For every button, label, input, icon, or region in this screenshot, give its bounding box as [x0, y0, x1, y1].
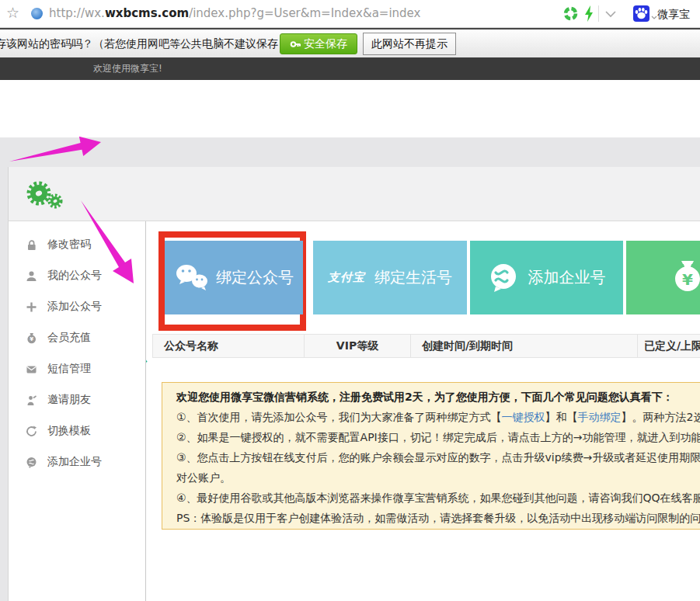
- sidebar-item-label: 添加企业号: [47, 455, 102, 469]
- password-save-bar: 存该网站的密码吗？（若您使用网吧等公共电脑不建议保存） 安全保存 此网站不再提示: [0, 28, 700, 57]
- bind-official-account-button[interactable]: 绑定公众号: [165, 241, 303, 314]
- notice-item-3-wrap: 对公账户。: [176, 467, 700, 488]
- user-icon: [26, 270, 37, 282]
- manual-bind-link[interactable]: 手动绑定: [578, 411, 622, 423]
- address-bar[interactable]: http://wx.wxbcms.com/index.php?g=User&m=…: [49, 6, 420, 20]
- sidebar-item-label: 添加公众号: [47, 300, 102, 314]
- action-label: 绑定公众号: [216, 267, 294, 288]
- sidebar-item-add-enterprise[interactable]: 添加企业号: [9, 446, 145, 478]
- col-vip-level: VIP等级: [304, 335, 410, 357]
- col-create-expire: 创建时间/到期时间: [410, 335, 637, 357]
- notice-item-1: ①、首次使用，请先添加公众号，我们为大家准备了两种绑定方式【一键授权】和【手动绑…: [176, 407, 700, 427]
- accounts-table-header: 公众号名称 VIP等级 创建时间/到期时间 已定义/上限: [152, 334, 700, 358]
- sidebar-item-label: 我的公众号: [47, 269, 102, 283]
- sidebar-item-label: 切换模板: [47, 424, 91, 438]
- col-defined-limit: 已定义/上限: [637, 335, 700, 357]
- sidebar-item-sms[interactable]: 短信管理: [9, 353, 145, 384]
- notice-item1-pre: ①、首次使用，请先添加公众号，我们为大家准备了两种绑定方式【: [176, 411, 502, 423]
- notice-item-4: ④、最好使用谷歌或其他高版本浏览器来操作微享宝营销系统，如果您碰到其他问题，请咨…: [176, 488, 700, 508]
- key-icon: [290, 39, 301, 50]
- browser-toolbar: ☆ http://wx.wxbcms.com/index.php?g=User&…: [0, 0, 700, 28]
- bind-life-account-button[interactable]: 支付宝 绑定生活号: [313, 241, 467, 314]
- platform-header: 管理平台: [8, 167, 700, 221]
- mail-icon: [26, 363, 37, 375]
- site-header: W 微享宝 WXTREASURE 微信营销平台 首页 功能介绍 关于我们 资费说…: [0, 80, 700, 137]
- sidebar-item-label: 邀请朋友: [47, 393, 91, 407]
- sidebar-item-add-account[interactable]: 添加公众号: [9, 291, 145, 322]
- moneybag-icon: ¥: [26, 332, 37, 344]
- sidebar: 修改密码 我的公众号 添加公众号 ¥ 会员充值 短信管理 邀请朋友 切换模板 添…: [8, 221, 146, 601]
- col-account-name: 公众号名称: [153, 335, 304, 357]
- toolbar-divider: [598, 5, 599, 22]
- moneybag-icon: ¥: [670, 259, 700, 297]
- account-balance-button[interactable]: ¥ 账户点击: [626, 241, 700, 314]
- notice-item-2: ②、如果是一键授权的，就不需要配置API接口，切记！绑定完成后，请点击上方的→功…: [176, 427, 700, 447]
- notice-item1-post: 】。两种方法2选1: [622, 411, 700, 423]
- svg-text:¥: ¥: [682, 270, 693, 289]
- sidebar-item-label: 会员充值: [47, 331, 91, 345]
- page-background-strip: [0, 137, 700, 167]
- sidebar-item-change-password[interactable]: 修改密码: [9, 229, 145, 260]
- url-path: /index.php?g=User&m=Index&a=index: [189, 6, 420, 20]
- wechat-work-icon: [26, 457, 37, 468]
- sidebar-item-invite[interactable]: 邀请朋友: [9, 384, 145, 415]
- paw-extension-icon[interactable]: [633, 5, 650, 22]
- action-label: 绑定生活号: [374, 267, 452, 288]
- alipay-icon: 支付宝: [328, 270, 365, 285]
- plus-icon: [26, 301, 37, 313]
- bookmark-star-icon[interactable]: ☆: [6, 4, 19, 21]
- action-label: 添加企业号: [528, 267, 606, 288]
- chevron-down-icon[interactable]: [605, 11, 616, 18]
- wechat-work-icon: [488, 262, 519, 294]
- lightning-icon[interactable]: [583, 5, 594, 22]
- url-domain: wxbcms.com: [105, 6, 189, 20]
- svg-text:¥: ¥: [30, 336, 33, 342]
- sidebar-item-switch-template[interactable]: 切换模板: [9, 415, 145, 446]
- url-prefix: http://wx.: [49, 6, 105, 20]
- lock-icon: [26, 239, 37, 251]
- save-password-button[interactable]: 安全保存: [280, 33, 357, 54]
- wechat-icon: [174, 262, 210, 294]
- notice-item1-mid: 】和【: [545, 411, 578, 423]
- notice-ps: PS：体验版是仅用于客户创建体验活动，如需做活动，请选择套餐升级，以免活动中出现…: [176, 508, 700, 528]
- extension-label[interactable]: 微享宝: [657, 8, 690, 22]
- add-enterprise-account-button[interactable]: 添加企业号: [470, 241, 623, 314]
- refresh-icon: [26, 426, 37, 437]
- left-gutter: [0, 167, 8, 601]
- one-click-auth-link[interactable]: 一键授权: [502, 411, 545, 423]
- extension-caret-icon[interactable]: [651, 16, 657, 20]
- sidebar-item-label: 短信管理: [47, 362, 91, 376]
- notice-title: 欢迎您使用微享宝微信营销系统，注册免费试用2天，为了您使用方便，下面几个常见问题…: [176, 387, 700, 407]
- sidebar-item-label: 修改密码: [47, 238, 91, 252]
- invite-icon: [26, 394, 37, 406]
- welcome-text: 欢迎使用微享宝!: [93, 57, 162, 80]
- welcome-bar: 欢迎使用微享宝!: [0, 57, 700, 80]
- never-remind-button[interactable]: 此网站不再提示: [363, 33, 456, 55]
- sidebar-item-my-accounts[interactable]: 我的公众号: [9, 260, 145, 291]
- welcome-notice-box: 欢迎您使用微享宝微信营销系统，注册免费试用2天，为了您使用方便，下面几个常见问题…: [162, 382, 700, 530]
- gears-icon: [19, 175, 69, 214]
- translate-icon[interactable]: [563, 6, 578, 21]
- sidebar-item-recharge[interactable]: ¥ 会员充值: [9, 322, 145, 353]
- notice-item-3: ③、您点击上方按钮在线支付后，您的账户余额会显示对应的数字，点击升级vip续费→…: [176, 447, 700, 467]
- password-save-message: 存该网站的密码吗？（若您使用网吧等公共电脑不建议保存）: [0, 30, 289, 57]
- site-favicon: [31, 8, 43, 19]
- save-password-label: 安全保存: [304, 37, 347, 51]
